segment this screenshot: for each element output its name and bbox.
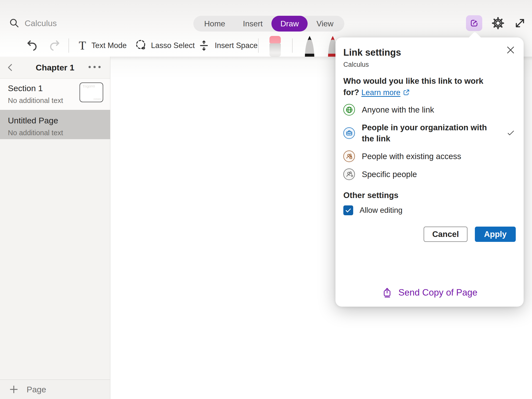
send-copy-button[interactable]: Send Copy of Page [335,287,524,298]
lasso-select-label: Lasso Select [151,39,195,52]
tab-home[interactable]: Home [195,16,234,32]
insert-space-button[interactable]: Insert Space [198,39,258,52]
option-label: Specific people [362,169,417,180]
allow-editing-label: Allow editing [360,206,402,215]
add-page-label: Page [27,385,46,394]
share-icon [469,18,479,28]
option-specific-people[interactable]: Specific people [343,165,516,183]
toolbar-divider [258,38,259,53]
option-label: People with existing access [362,151,461,162]
section-title: Chapter 1 [36,63,74,72]
send-copy-icon [382,287,393,298]
selected-check-icon [506,129,515,137]
eraser-icon [269,36,281,43]
briefcase-icon [343,127,355,139]
people-lock-icon [343,150,355,162]
black-pen-tool[interactable] [302,35,317,57]
ribbon-tabs: Home Insert Draw View [193,16,344,32]
search-icon [9,18,20,29]
link-audience-question: Who would you like this link to work for… [343,75,494,98]
lasso-select-button[interactable]: Lasso Select [134,39,195,52]
text-mode-label: Text Mode [91,39,127,52]
insert-space-icon [198,39,210,52]
option-people-existing-access[interactable]: People with existing access [343,147,516,165]
text-mode-icon: T [79,39,86,52]
search-notebook-name: Calculus [25,18,57,28]
link-audience-options: Anyone with the link People in your orga… [343,101,516,183]
link-settings-dialog: Link settings Calculus Who would you lik… [335,37,524,307]
dialog-notebook-name: Calculus [343,61,516,68]
send-copy-label: Send Copy of Page [399,287,478,298]
allow-editing-checkbox[interactable] [343,205,353,215]
external-link-icon [402,88,410,96]
tab-insert[interactable]: Insert [234,16,271,32]
dialog-title: Link settings [343,37,516,58]
insert-space-label: Insert Space [215,39,258,52]
page-list-item-section1[interactable]: Section 1 No additional text Trigono cos… [0,79,110,110]
eraser-tool[interactable] [269,36,281,57]
settings-button[interactable] [492,17,504,30]
lasso-icon [134,39,147,52]
learn-more-link[interactable]: Learn more [361,88,400,97]
header-actions [466,15,526,31]
share-button[interactable] [466,15,482,31]
plus-icon [8,384,19,395]
cancel-button[interactable]: Cancel [424,227,467,242]
dialog-buttons: Cancel Apply [343,227,516,242]
page-list-item-untitled[interactable]: Untitled Page No additional text [0,110,110,139]
toolbar-divider [68,38,69,53]
toolbar-divider [292,38,293,53]
globe-icon [343,104,355,116]
person-add-icon [343,168,355,180]
fullscreen-button[interactable] [514,17,526,29]
page-thumbnail: Trigono cosec [80,83,103,102]
option-anyone-with-link[interactable]: Anyone with the link [343,101,516,119]
add-page-button[interactable]: Page [0,380,110,399]
redo-button[interactable] [48,39,61,52]
close-dialog-button[interactable] [505,44,516,56]
allow-editing-row: Allow editing [343,205,516,215]
sidebar-header: Chapter 1 [0,57,110,79]
more-options-button[interactable] [87,64,102,70]
option-label: People in your organization with the lin… [362,122,490,144]
page-subtitle: No additional text [8,129,110,137]
onenote-app: Calculus Home Insert Draw View [0,0,532,399]
tab-draw[interactable]: Draw [271,16,308,32]
notebook-search[interactable]: Calculus [9,18,57,29]
option-label: Anyone with the link [362,104,434,115]
back-button[interactable] [5,63,15,72]
option-people-in-organization[interactable]: People in your organization with the lin… [343,119,516,147]
undo-button[interactable] [26,39,38,52]
tab-view[interactable]: View [308,16,342,32]
page-title: Untitled Page [8,116,110,125]
text-mode-button[interactable]: T Text Mode [79,39,127,52]
apply-button[interactable]: Apply [475,227,516,242]
other-settings-heading: Other settings [343,191,516,200]
page-list-sidebar: Chapter 1 Section 1 No additional text T… [0,57,110,399]
